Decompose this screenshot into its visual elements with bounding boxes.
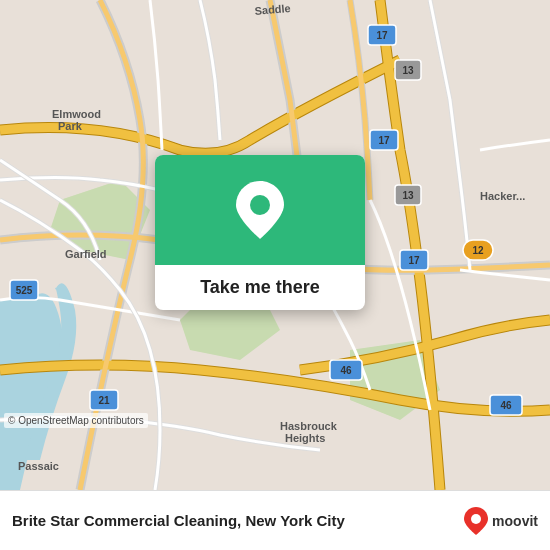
garfield-label: Garfield — [65, 248, 107, 260]
svg-text:Heights: Heights — [285, 432, 325, 444]
hackensack-label: Hacker... — [480, 190, 525, 202]
moovit-pin-icon — [464, 507, 488, 535]
svg-text:13: 13 — [402, 190, 414, 201]
bottom-bar: Brite Star Commercial Cleaning, New York… — [0, 490, 550, 550]
svg-text:Park: Park — [58, 120, 83, 132]
svg-point-29 — [471, 514, 481, 524]
svg-text:46: 46 — [340, 365, 352, 376]
passaic-label: Passaic — [18, 460, 59, 472]
svg-point-28 — [250, 195, 270, 215]
svg-text:46: 46 — [500, 400, 512, 411]
hasbrouck-label: Hasbrouck — [280, 420, 338, 432]
map-container: 17 17 17 13 13 21 46 46 12 525 Elmwood P… — [0, 0, 550, 490]
business-name: Brite Star Commercial Cleaning, New York… — [12, 512, 456, 529]
take-me-there-button[interactable]: Take me there — [155, 265, 365, 310]
map-attribution: © OpenStreetMap contributors — [4, 413, 148, 428]
svg-text:525: 525 — [16, 285, 33, 296]
svg-text:21: 21 — [98, 395, 110, 406]
svg-text:17: 17 — [376, 30, 388, 41]
svg-text:17: 17 — [408, 255, 420, 266]
card-green-area — [155, 155, 365, 265]
moovit-brand-text: moovit — [492, 513, 538, 529]
elmwood-park-label: Elmwood — [52, 108, 101, 120]
moovit-logo: moovit — [464, 507, 538, 535]
svg-text:12: 12 — [472, 245, 484, 256]
svg-text:13: 13 — [402, 65, 414, 76]
location-pin-icon — [236, 181, 284, 239]
svg-text:17: 17 — [378, 135, 390, 146]
location-card[interactable]: Take me there — [155, 155, 365, 310]
